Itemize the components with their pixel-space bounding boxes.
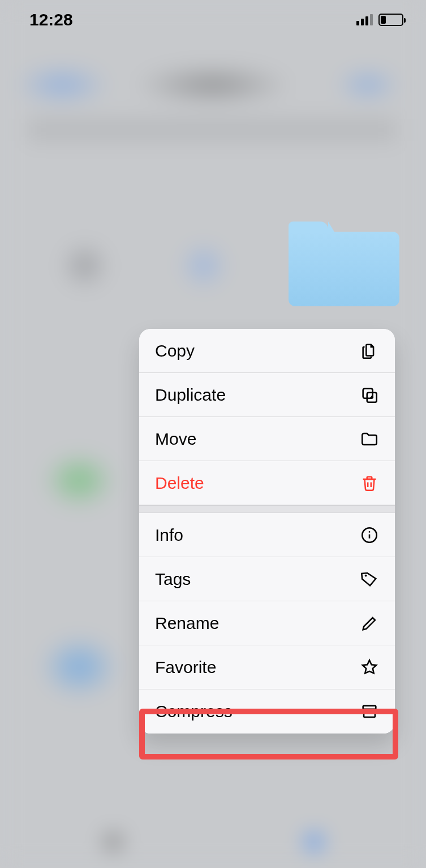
status-bar: 12:28 bbox=[0, 0, 426, 40]
svg-point-3 bbox=[369, 531, 371, 532]
status-time: 12:28 bbox=[29, 10, 73, 29]
menu-item-label: Rename bbox=[155, 614, 219, 633]
trash-icon bbox=[360, 474, 379, 493]
tag-icon bbox=[360, 570, 379, 589]
status-indicators bbox=[356, 14, 403, 26]
context-menu: Copy Duplicate Move Delete Info bbox=[139, 329, 395, 734]
menu-item-label: Copy bbox=[155, 341, 195, 361]
menu-item-info[interactable]: Info bbox=[139, 513, 395, 557]
battery-icon bbox=[378, 14, 403, 26]
menu-item-label: Compress bbox=[155, 702, 233, 721]
star-icon bbox=[360, 658, 379, 677]
svg-point-4 bbox=[365, 574, 367, 576]
menu-item-favorite[interactable]: Favorite bbox=[139, 645, 395, 689]
menu-item-label: Info bbox=[155, 526, 183, 545]
menu-item-compress[interactable]: Compress bbox=[139, 689, 395, 734]
cellular-signal-icon bbox=[356, 14, 373, 25]
menu-separator bbox=[139, 505, 395, 513]
menu-item-label: Favorite bbox=[155, 658, 216, 677]
menu-item-copy[interactable]: Copy bbox=[139, 329, 395, 373]
archive-icon bbox=[360, 702, 379, 721]
menu-item-label: Tags bbox=[155, 570, 191, 589]
info-icon bbox=[360, 526, 379, 545]
duplicate-icon bbox=[360, 385, 379, 405]
svg-rect-5 bbox=[363, 706, 376, 709]
menu-item-delete[interactable]: Delete bbox=[139, 461, 395, 505]
menu-item-move[interactable]: Move bbox=[139, 417, 395, 461]
menu-item-tags[interactable]: Tags bbox=[139, 557, 395, 601]
folder-icon bbox=[360, 429, 379, 449]
menu-item-label: Duplicate bbox=[155, 385, 226, 405]
folder-preview bbox=[289, 222, 399, 306]
menu-item-rename[interactable]: Rename bbox=[139, 601, 395, 645]
menu-item-label: Move bbox=[155, 429, 196, 449]
menu-item-label: Delete bbox=[155, 474, 204, 493]
pencil-icon bbox=[360, 614, 379, 633]
copy-icon bbox=[360, 341, 379, 361]
menu-item-duplicate[interactable]: Duplicate bbox=[139, 373, 395, 417]
